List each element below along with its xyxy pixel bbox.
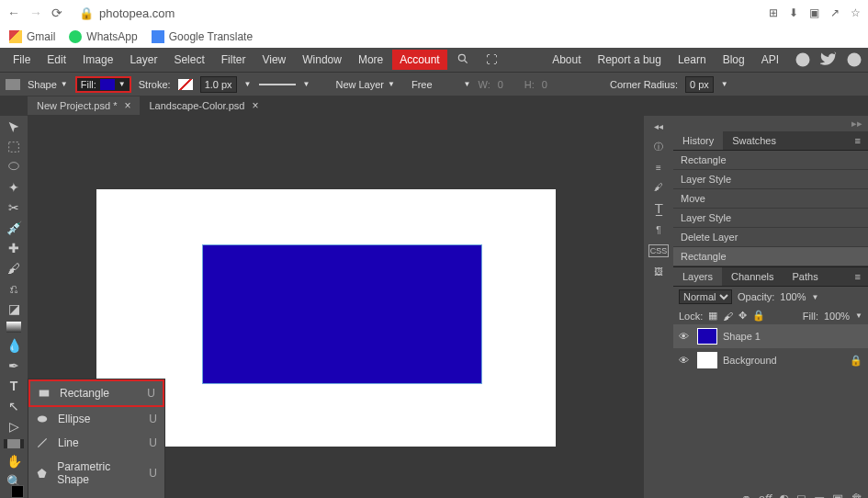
shape-menu-ellipse[interactable]: Ellipse U <box>28 407 164 431</box>
hand-tool[interactable]: ✋ <box>4 454 24 469</box>
path-tool[interactable]: ↖ <box>4 399 24 413</box>
twitter-icon[interactable] <box>820 51 837 68</box>
w-value[interactable]: 0 <box>498 79 503 90</box>
tab-paths[interactable]: Paths <box>783 267 828 286</box>
search-icon[interactable] <box>449 49 477 72</box>
free-dropdown[interactable]: Free▼ <box>411 79 471 90</box>
menu-api[interactable]: API <box>755 50 785 70</box>
menu-layer[interactable]: Layer <box>122 50 164 70</box>
menu-more[interactable]: More <box>351 50 390 70</box>
fill-color-picker[interactable]: Fill: ▼ <box>75 76 131 93</box>
history-item[interactable]: Rectangle <box>673 151 868 170</box>
lock-transparency-icon[interactable]: ▦ <box>708 310 717 322</box>
trash-icon[interactable]: 🗑 <box>851 492 862 498</box>
visibility-icon[interactable]: 👁 <box>679 355 692 366</box>
menu-learn[interactable]: Learn <box>671 50 713 70</box>
newlayer-dropdown[interactable]: New Layer▼ <box>335 79 395 90</box>
bookmark-star-icon[interactable]: ☆ <box>851 6 861 19</box>
stroke-width-field[interactable]: 1.0 px <box>200 76 237 93</box>
text-tool[interactable]: T <box>4 379 24 393</box>
shape-menu-line[interactable]: Line U <box>28 431 164 455</box>
menu-select[interactable]: Select <box>166 50 211 70</box>
collapse-icon[interactable]: ◂◂ <box>654 121 663 131</box>
blend-mode-select[interactable]: Normal <box>679 289 732 304</box>
direct-select-tool[interactable]: ▷ <box>4 419 24 434</box>
lock-all-icon[interactable]: 🔒 <box>752 310 765 322</box>
history-item[interactable]: Move <box>673 189 868 209</box>
history-item[interactable]: Layer Style <box>673 170 868 189</box>
pen-tool[interactable]: ✒ <box>4 358 24 373</box>
menu-account[interactable]: Account <box>392 50 446 70</box>
tab-swatches[interactable]: Swatches <box>723 131 785 150</box>
layer-item[interactable]: 👁 Shape 1 <box>673 324 868 348</box>
tab-layers[interactable]: Layers <box>673 267 722 286</box>
mask-icon[interactable]: ◻ <box>796 492 806 498</box>
css-icon[interactable]: CSS <box>648 244 670 257</box>
shape-menu-parametric[interactable]: Parametric Shape U <box>28 455 164 492</box>
adjustment-icon[interactable]: ◐ <box>779 492 789 498</box>
doc-tab[interactable]: Landscape-Color.psd × <box>140 96 267 115</box>
history-item[interactable]: Layer Style <box>673 209 868 228</box>
menu-blog[interactable]: Blog <box>716 50 751 70</box>
rectangle-shape[interactable] <box>202 244 482 384</box>
align-icon[interactable]: ≡ <box>656 163 661 173</box>
brush-tool[interactable]: 🖌 <box>4 261 24 276</box>
share-icon[interactable]: ↗ <box>830 6 840 19</box>
close-icon[interactable]: × <box>252 99 258 112</box>
history-item[interactable]: Rectangle <box>673 247 868 266</box>
install-icon[interactable]: ⊞ <box>769 6 778 19</box>
close-icon[interactable]: × <box>124 99 130 112</box>
bookmark-translate[interactable]: Google Translate <box>152 30 253 43</box>
panel-menu-icon[interactable]: ≡ <box>848 131 868 150</box>
back-icon[interactable]: ← <box>7 6 20 20</box>
tab-channels[interactable]: Channels <box>722 267 783 286</box>
url-bar[interactable]: 🔒 photopea.com <box>79 6 175 20</box>
fullscreen-icon[interactable]: ⛶ <box>479 50 504 70</box>
crop-tool[interactable]: ✂ <box>4 200 24 215</box>
menu-image[interactable]: Image <box>75 50 120 70</box>
download-icon[interactable]: ⬇ <box>789 6 798 19</box>
layer-item[interactable]: 👁 Background 🔒 <box>673 348 868 372</box>
tab-history[interactable]: History <box>673 131 723 150</box>
wand-tool[interactable]: ✦ <box>4 180 24 195</box>
fill-value[interactable]: 100% <box>824 311 850 322</box>
menu-about[interactable]: About <box>546 50 587 70</box>
info-icon[interactable]: ⓘ <box>654 141 663 153</box>
menu-report[interactable]: Report a bug <box>592 50 668 70</box>
blur-tool[interactable]: 💧 <box>4 338 24 353</box>
menu-edit[interactable]: Edit <box>39 50 73 70</box>
facebook-icon[interactable] <box>846 51 862 68</box>
folder-icon[interactable]: ▭ <box>814 492 825 498</box>
shape-menu-custom[interactable]: Custom Shape U <box>28 492 164 498</box>
link-icon[interactable]: ⚭ <box>741 492 751 498</box>
panel-collapse-icon[interactable]: ▸▸ <box>673 116 868 131</box>
bookmark-whatsapp[interactable]: WhatsApp <box>69 30 137 43</box>
new-layer-icon[interactable]: ▣ <box>832 492 843 498</box>
move-tool[interactable] <box>4 119 24 134</box>
menu-file[interactable]: File <box>6 50 38 70</box>
opacity-value[interactable]: 100% <box>780 291 806 302</box>
menu-filter[interactable]: Filter <box>214 50 254 70</box>
image-panel-icon[interactable]: 🖼 <box>654 266 663 277</box>
history-item[interactable]: Delete Layer <box>673 228 868 247</box>
menu-window[interactable]: Window <box>295 50 349 70</box>
canvas[interactable] <box>96 189 556 447</box>
tool-preset-icon[interactable] <box>6 79 20 90</box>
panel-menu-icon[interactable]: ≡ <box>848 267 868 286</box>
brush-panel-icon[interactable]: 🖌 <box>654 182 663 192</box>
rectangle-tool[interactable] <box>4 439 24 448</box>
doc-tab-active[interactable]: New Project.psd * × <box>28 96 140 115</box>
heal-tool[interactable]: ✚ <box>4 241 24 255</box>
eyedropper-tool[interactable]: 💉 <box>4 221 24 235</box>
forward-icon[interactable]: → <box>29 6 42 20</box>
stamp-tool[interactable]: ⎌ <box>4 281 24 296</box>
stroke-style-icon[interactable] <box>259 84 296 85</box>
shape-mode-dropdown[interactable]: Shape▼ <box>28 79 68 90</box>
stroke-swatch[interactable] <box>178 79 193 90</box>
lock-paint-icon[interactable]: 🖌 <box>723 311 733 322</box>
lock-move-icon[interactable]: ✥ <box>738 310 747 322</box>
lasso-tool[interactable] <box>4 160 24 175</box>
gradient-tool[interactable] <box>4 322 24 333</box>
corner-value[interactable]: 0 px <box>685 76 714 93</box>
bookmark-gmail[interactable]: Gmail <box>9 30 55 43</box>
